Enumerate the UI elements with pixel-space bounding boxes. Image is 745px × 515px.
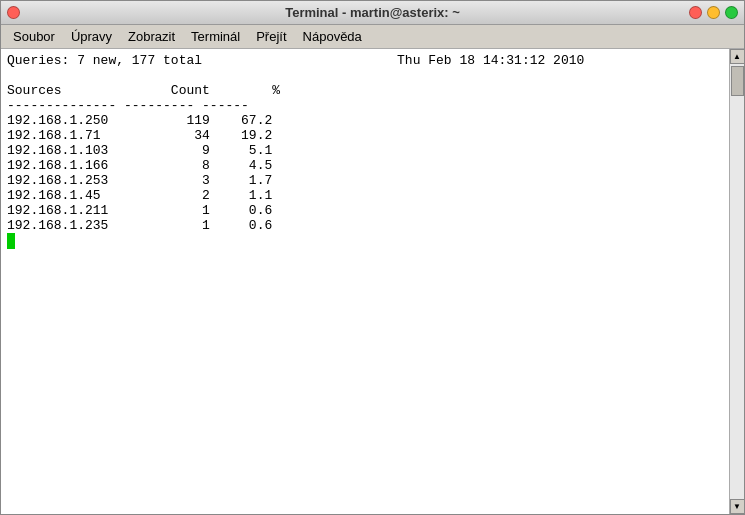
menu-soubor[interactable]: Soubor — [5, 27, 63, 46]
window: Terminal - martin@asterix: ~ Soubor Úpra… — [0, 0, 745, 515]
close-button[interactable] — [7, 6, 20, 19]
menu-prejit[interactable]: Přejít — [248, 27, 294, 46]
scroll-up-arrow[interactable]: ▲ — [730, 49, 745, 64]
titlebar-right-buttons — [689, 6, 738, 19]
close-icon[interactable] — [689, 6, 702, 19]
menubar: Soubor Úpravy Zobrazit Terminál Přejít N… — [1, 25, 744, 49]
titlebar-left-buttons — [7, 6, 20, 19]
titlebar: Terminal - martin@asterix: ~ — [1, 1, 744, 25]
scroll-down-arrow[interactable]: ▼ — [730, 499, 745, 514]
menu-terminal[interactable]: Terminál — [183, 27, 248, 46]
menu-napoveda[interactable]: Nápověda — [295, 27, 370, 46]
scrollbar-thumb[interactable] — [731, 66, 744, 96]
menu-zobrazit[interactable]: Zobrazit — [120, 27, 183, 46]
scrollbar-track[interactable] — [730, 64, 744, 499]
scrollbar[interactable]: ▲ ▼ — [729, 49, 744, 514]
main-area: Queries: 7 new, 177 total Thu Feb 18 14:… — [1, 49, 744, 514]
terminal-cursor — [7, 233, 15, 249]
minimize-icon[interactable] — [707, 6, 720, 19]
terminal-content[interactable]: Queries: 7 new, 177 total Thu Feb 18 14:… — [1, 49, 729, 514]
maximize-icon[interactable] — [725, 6, 738, 19]
window-title: Terminal - martin@asterix: ~ — [285, 5, 460, 20]
menu-upravy[interactable]: Úpravy — [63, 27, 120, 46]
